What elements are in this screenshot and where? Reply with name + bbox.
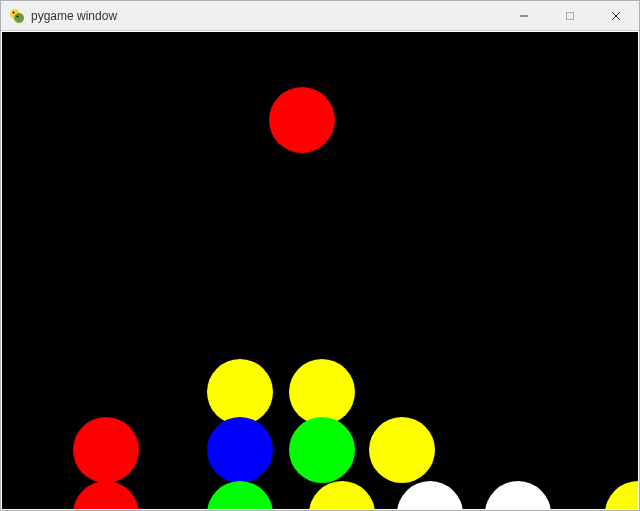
pygame-snake-icon bbox=[9, 8, 25, 24]
svg-point-4 bbox=[17, 15, 19, 17]
ball bbox=[269, 87, 335, 153]
ball bbox=[309, 481, 375, 509]
ball bbox=[289, 359, 355, 425]
svg-rect-6 bbox=[567, 13, 574, 20]
titlebar[interactable]: pygame window bbox=[1, 1, 639, 31]
svg-point-3 bbox=[13, 11, 15, 13]
svg-point-2 bbox=[14, 13, 24, 23]
ball bbox=[397, 481, 463, 509]
window-title: pygame window bbox=[31, 9, 117, 23]
titlebar-left: pygame window bbox=[9, 8, 117, 24]
ball bbox=[207, 359, 273, 425]
close-button[interactable] bbox=[593, 1, 639, 31]
ball bbox=[207, 481, 273, 509]
ball bbox=[207, 417, 273, 483]
window-frame: pygame window bbox=[0, 0, 640, 511]
ball bbox=[289, 417, 355, 483]
ball bbox=[369, 417, 435, 483]
ball bbox=[73, 481, 139, 509]
game-canvas[interactable] bbox=[2, 32, 638, 509]
maximize-button[interactable] bbox=[547, 1, 593, 31]
ball bbox=[73, 417, 139, 483]
minimize-button[interactable] bbox=[501, 1, 547, 31]
ball bbox=[485, 481, 551, 509]
window-controls bbox=[501, 1, 639, 30]
ball bbox=[605, 481, 638, 509]
